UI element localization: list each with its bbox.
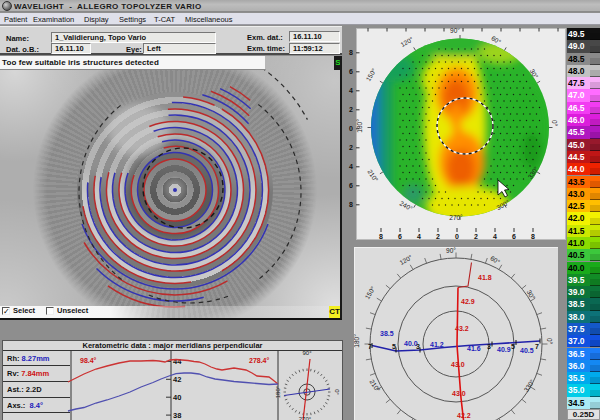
svg-text:0°: 0° bbox=[551, 120, 558, 127]
svg-text:0: 0 bbox=[455, 233, 459, 240]
svg-text:43.0: 43.0 bbox=[451, 361, 465, 368]
svg-text:0°: 0° bbox=[546, 338, 553, 345]
svg-text:2: 2 bbox=[436, 233, 440, 240]
svg-text:43.2: 43.2 bbox=[455, 325, 469, 332]
svg-text:44: 44 bbox=[173, 357, 182, 366]
svg-text:5: 5 bbox=[511, 343, 515, 350]
svg-text:90°: 90° bbox=[302, 350, 312, 356]
svg-text:4: 4 bbox=[417, 233, 421, 240]
svg-text:98.4°: 98.4° bbox=[80, 357, 97, 364]
svg-text:278.4°: 278.4° bbox=[249, 357, 270, 364]
svg-text:180°: 180° bbox=[275, 385, 281, 398]
svg-text:90°: 90° bbox=[446, 247, 456, 254]
svg-text:180°: 180° bbox=[354, 334, 360, 348]
svg-text:3: 3 bbox=[487, 343, 491, 350]
svg-text:42.9: 42.9 bbox=[461, 298, 475, 305]
svg-text:270°: 270° bbox=[449, 214, 463, 221]
svg-text:43.0: 43.0 bbox=[452, 390, 466, 397]
svg-text:8: 8 bbox=[379, 233, 383, 240]
svg-text:42: 42 bbox=[173, 375, 181, 384]
svg-text:180°: 180° bbox=[356, 119, 363, 133]
svg-text:41.6: 41.6 bbox=[467, 345, 481, 352]
svg-text:6: 6 bbox=[398, 233, 402, 240]
svg-text:40.9: 40.9 bbox=[497, 346, 511, 353]
svg-text:90°: 90° bbox=[450, 28, 460, 34]
svg-text:3: 3 bbox=[416, 343, 420, 350]
svg-text:30°: 30° bbox=[526, 289, 537, 301]
svg-text:38: 38 bbox=[173, 411, 181, 420]
svg-text:60°: 60° bbox=[490, 34, 502, 45]
svg-text:5: 5 bbox=[392, 343, 396, 350]
svg-text:38.5: 38.5 bbox=[380, 330, 394, 337]
svg-text:7: 7 bbox=[368, 343, 372, 350]
svg-text:4: 4 bbox=[493, 233, 497, 240]
svg-text:150°: 150° bbox=[364, 67, 377, 82]
svg-text:150°: 150° bbox=[363, 285, 376, 300]
svg-text:120°: 120° bbox=[398, 253, 413, 266]
svg-text:8: 8 bbox=[531, 233, 535, 240]
svg-text:120°: 120° bbox=[399, 35, 414, 48]
svg-text:60°: 60° bbox=[489, 254, 501, 265]
svg-text:2: 2 bbox=[474, 233, 478, 240]
svg-text:40.5: 40.5 bbox=[520, 347, 534, 354]
svg-text:6: 6 bbox=[512, 233, 516, 240]
svg-text:40: 40 bbox=[173, 393, 181, 402]
svg-text:41.8: 41.8 bbox=[478, 274, 492, 281]
svg-text:42.2: 42.2 bbox=[457, 412, 471, 419]
svg-text:210°: 210° bbox=[366, 168, 380, 183]
svg-text:0°: 0° bbox=[334, 389, 340, 395]
svg-text:41.2: 41.2 bbox=[430, 341, 444, 348]
svg-text:210°: 210° bbox=[368, 378, 382, 393]
svg-text:270°: 270° bbox=[299, 416, 312, 420]
svg-text:7: 7 bbox=[535, 343, 539, 350]
